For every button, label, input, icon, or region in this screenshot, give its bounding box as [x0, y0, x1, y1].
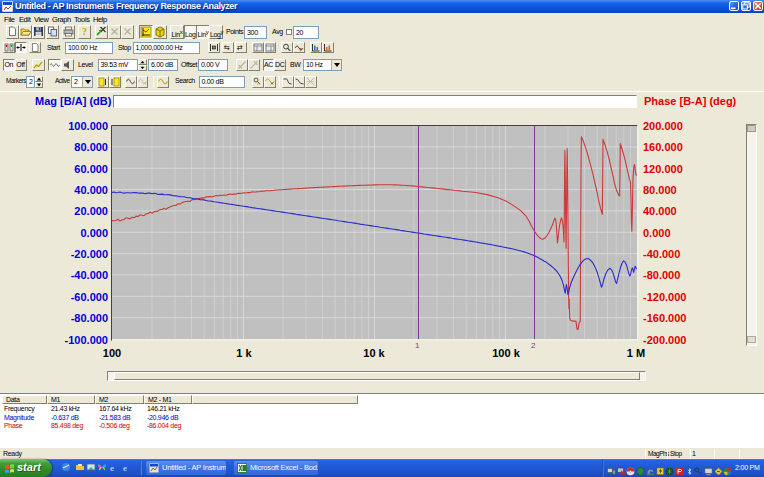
svg-text:e: e — [110, 463, 114, 473]
svg-text:⇆: ⇆ — [224, 44, 230, 51]
svg-text:⇄: ⇄ — [237, 44, 243, 51]
svg-text:?: ? — [82, 26, 87, 37]
svg-text:?: ? — [299, 47, 302, 52]
svg-text:e: e — [123, 463, 127, 473]
